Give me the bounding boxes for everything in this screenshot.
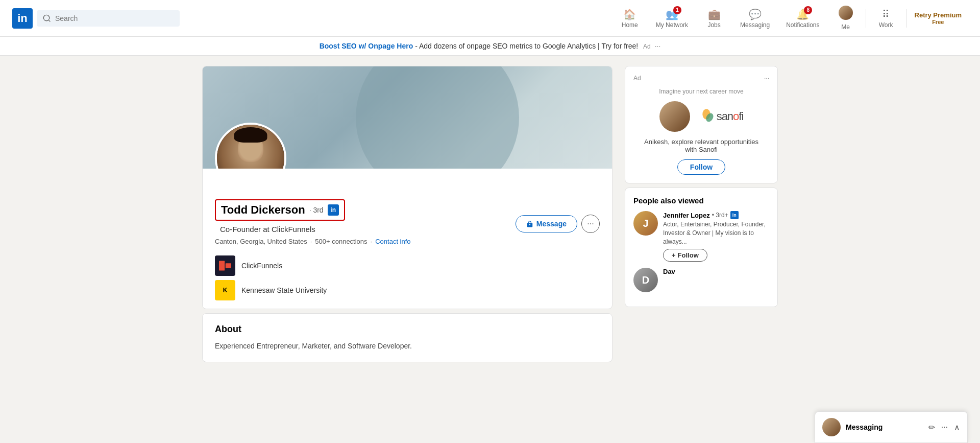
jlo-avatar: J <box>633 211 658 236</box>
network-icon: 👥 1 <box>666 8 678 20</box>
nav-item-notifications[interactable]: 🔔 8 Notifications <box>778 0 827 37</box>
me-icon <box>839 6 853 22</box>
ad-banner: Boost SEO w/ Onpage Hero - Add dozens of… <box>0 37 980 56</box>
jlo-linkedin-icon: in <box>730 211 739 219</box>
company-item-ksu: K Kennesaw State University <box>215 280 600 300</box>
sanofi-name: sanofi <box>717 110 744 123</box>
jlo-name: Jennifer Lopez <box>663 212 710 219</box>
degree-badge: · 3rd <box>309 206 324 214</box>
avatar-face <box>217 125 284 169</box>
search-input[interactable] <box>55 14 174 22</box>
about-title: About <box>215 324 600 335</box>
premium-link[interactable]: Retry Premium Free <box>909 0 968 37</box>
premium-line1: Retry Premium <box>915 11 962 19</box>
sidebar-user-avatar <box>659 101 690 132</box>
notifications-badge: 8 <box>804 6 812 14</box>
nav-label-home: Home <box>622 21 638 29</box>
bg-circle-decoration <box>356 66 519 169</box>
plus-icon: + <box>672 251 676 259</box>
profile-name-row: Todd Dickerson · 3rd in <box>215 199 345 221</box>
meta-dot-2: · <box>371 238 373 245</box>
jlo-follow-label: Follow <box>678 251 699 259</box>
profile-location: Canton, Georgia, United States <box>215 238 307 245</box>
linkedin-badge-icon: in <box>328 204 339 216</box>
nav-divider-2 <box>906 9 906 28</box>
dav-name: Dav <box>663 268 675 275</box>
nav-item-home[interactable]: 🏠 Home <box>612 0 648 37</box>
dav-info: Dav <box>663 268 769 275</box>
profile-card: Todd Dickerson · 3rd in Co-Founder at Cl… <box>202 66 612 309</box>
profile-actions: Message ··· <box>516 199 600 233</box>
profile-connections: 500+ connections <box>315 238 367 245</box>
about-text: Experienced Entrepreneur, Marketer, and … <box>215 341 600 352</box>
ksu-logo: K <box>215 280 235 300</box>
sidebar-ad-card: Ad ··· Imagine your next career move san… <box>625 66 778 183</box>
company-name-clickfunnels: ClickFunnels <box>241 262 282 270</box>
people-also-viewed-title: People also viewed <box>633 196 769 205</box>
nav-item-work[interactable]: ⠿ Work <box>868 0 904 37</box>
messaging-icon: 💬 <box>749 8 762 20</box>
lock-icon <box>526 220 533 227</box>
sidebar-ad-more-icon[interactable]: ··· <box>764 75 769 82</box>
jlo-degree: • 3rd+ <box>712 212 728 219</box>
nav-label-me: Me <box>841 24 850 31</box>
left-column: Todd Dickerson · 3rd in Co-Founder at Cl… <box>202 66 612 362</box>
notifications-icon: 🔔 8 <box>796 8 809 20</box>
messaging-title: Messaging <box>846 423 928 431</box>
network-badge: 1 <box>673 6 681 14</box>
person-item-jlo: J Jennifer Lopez • 3rd+ in Actor, Entert… <box>633 211 769 262</box>
message-button[interactable]: Message <box>516 215 577 232</box>
nav-item-messaging[interactable]: 💬 Messaging <box>732 0 778 37</box>
nav-item-network[interactable]: 👥 1 My Network <box>648 0 696 37</box>
search-bar[interactable] <box>37 10 180 27</box>
jlo-name-row: Jennifer Lopez • 3rd+ in <box>663 211 769 219</box>
nav-item-jobs[interactable]: 💼 Jobs <box>696 0 732 37</box>
contact-info-link[interactable]: Contact info <box>375 238 410 245</box>
premium-line2: Free <box>932 19 944 25</box>
navbar: in 🏠 Home 👥 1 My Network 💼 Jobs 💬 Mes <box>0 0 980 37</box>
messaging-dots-icon[interactable]: ··· <box>941 423 948 432</box>
ad-more-icon[interactable]: ··· <box>655 42 661 50</box>
jobs-icon: 💼 <box>708 8 721 20</box>
svg-rect-1 <box>226 263 231 268</box>
messaging-avatar <box>822 418 841 436</box>
sanofi-icon <box>698 108 715 125</box>
ad-link[interactable]: Boost SEO w/ Onpage Hero <box>320 42 413 50</box>
messaging-collapse-icon[interactable]: ∧ <box>954 423 960 432</box>
profile-companies: ClickFunnels K Kennesaw State University <box>203 255 612 309</box>
search-icon <box>43 14 51 22</box>
nav-divider <box>866 9 866 28</box>
about-card: About Experienced Entrepreneur, Marketer… <box>202 313 612 362</box>
profile-meta: Canton, Georgia, United States · 500+ co… <box>215 238 516 245</box>
right-column: Ad ··· Imagine your next career move san… <box>625 66 778 362</box>
sidebar-ad-imagine: Imagine your next career move <box>659 88 743 95</box>
profile-headline: Co-Founder at ClickFunnels <box>215 225 516 234</box>
more-options-button[interactable]: ··· <box>581 215 600 233</box>
messaging-bar[interactable]: Messaging ✏ ··· ∧ <box>815 411 968 443</box>
messaging-edit-icon[interactable]: ✏ <box>928 423 935 432</box>
svg-rect-0 <box>219 261 225 270</box>
profile-name: Todd Dickerson <box>221 203 305 217</box>
clickfunnels-logo <box>215 255 235 276</box>
nav-item-me[interactable]: Me <box>828 0 864 37</box>
profile-avatar-wrap <box>215 123 286 169</box>
company-name-ksu: Kennesaw State University <box>241 286 327 294</box>
ad-banner-text: - Add dozens of onpage SEO metrics to Go… <box>415 42 638 50</box>
sidebar-ad-logos: sanofi <box>659 101 744 132</box>
sidebar-follow-button[interactable]: Follow <box>677 159 725 175</box>
nav-label-network: My Network <box>656 21 688 29</box>
dav-name-row: Dav <box>663 268 769 275</box>
jlo-follow-button[interactable]: + Follow <box>663 249 707 262</box>
ad-label: Ad <box>643 43 651 50</box>
avatar <box>215 123 286 169</box>
nav-label-messaging: Messaging <box>740 21 770 29</box>
profile-info-section: Todd Dickerson · 3rd in Co-Founder at Cl… <box>203 169 612 255</box>
linkedin-logo[interactable]: in <box>12 8 33 29</box>
nav-label-notifications: Notifications <box>786 21 819 29</box>
meta-dot-1: · <box>310 238 312 245</box>
messaging-header[interactable]: Messaging ✏ ··· ∧ <box>815 412 967 443</box>
profile-background <box>203 66 612 169</box>
messaging-actions: ✏ ··· ∧ <box>928 423 960 432</box>
main-layout: Todd Dickerson · 3rd in Co-Founder at Cl… <box>202 56 778 372</box>
sidebar-ad-content: Imagine your next career move sanofi <box>633 88 769 175</box>
